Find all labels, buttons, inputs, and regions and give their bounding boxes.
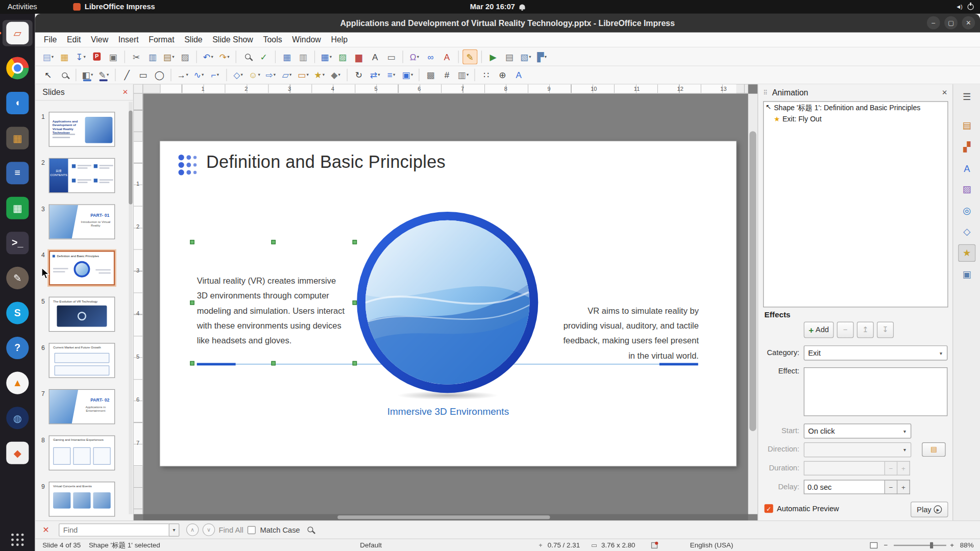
play-button[interactable]: Play ▶ — [911, 502, 948, 517]
slide-transition-icon[interactable]: ▞ — [958, 138, 975, 156]
slide-canvas[interactable]: Definition and Basic Principles Virtual … — [143, 94, 748, 514]
symbol-shapes-icon[interactable]: ☺▾ — [247, 67, 262, 82]
shapes-icon[interactable]: ◇ — [958, 223, 975, 240]
display-grid-icon[interactable]: ▦ — [279, 49, 294, 64]
properties-icon[interactable]: ▤ — [958, 117, 975, 134]
save-icon[interactable]: ↧▾ — [73, 49, 88, 64]
language-status[interactable]: English (USA) — [690, 539, 733, 551]
focused-app-indicator[interactable]: LibreOffice Impress — [74, 3, 155, 11]
block-arrows-icon[interactable]: ⇨▾ — [263, 67, 278, 82]
undo-icon[interactable]: ↶▾ — [201, 49, 215, 64]
animation-list-item[interactable]: ↖ Shape '标题 1': Definition and Basic Pri… — [764, 102, 947, 114]
dock-terminal[interactable]: >_ — [3, 230, 33, 256]
selection-handle[interactable] — [353, 300, 357, 305]
master-slide-status[interactable]: Default — [360, 539, 382, 551]
find-input[interactable] — [59, 523, 169, 537]
dock-vscode[interactable]: ◖ — [3, 90, 33, 116]
crop-image-icon[interactable]: # — [439, 67, 454, 82]
duration-spinner[interactable]: − + — [804, 461, 910, 475]
slides-panel-close-icon[interactable]: ✕ — [122, 88, 128, 96]
sidebar-settings-icon[interactable]: ☰ — [958, 88, 975, 106]
insert-textbox-icon[interactable]: A — [368, 49, 382, 64]
zoom-level-status[interactable]: 88% — [960, 539, 974, 551]
dock-skype[interactable]: S — [3, 300, 33, 326]
special-character-icon[interactable]: Ω▾ — [407, 49, 422, 64]
redo-icon[interactable]: ↷▾ — [217, 49, 232, 64]
dock-calc[interactable]: ▦ — [3, 195, 33, 221]
vr-circle-image[interactable] — [356, 211, 540, 394]
effect-listbox[interactable] — [804, 367, 948, 416]
arrange-icon[interactable]: ▣▾ — [400, 67, 415, 82]
decrement-icon[interactable]: − — [885, 461, 897, 475]
snap-guides-icon[interactable]: ▥ — [296, 49, 310, 64]
line-color-icon[interactable]: ✎▾ — [96, 67, 111, 82]
title-bar[interactable]: Applications and Development of Virtual … — [35, 14, 980, 33]
system-tray[interactable]: ◄) — [955, 4, 973, 10]
star-shapes-icon[interactable]: ★▾ — [312, 67, 327, 82]
slide-thumbnail-9[interactable]: 9Virtual Concerts and Events — [35, 482, 129, 517]
navigator-icon[interactable]: ◎ — [958, 202, 975, 219]
effect-options-button[interactable]: ▤ — [922, 442, 946, 457]
find-magnifier-icon[interactable] — [307, 527, 313, 532]
left-text-box[interactable]: Virtual reality (VR) creates immersive 3… — [197, 273, 347, 348]
dock-software[interactable]: ◆ — [3, 440, 33, 466]
minimize-button[interactable]: – — [927, 16, 940, 30]
slide-thumbnail-5[interactable]: 5The Evolution of VR Technology — [35, 297, 129, 332]
close-button[interactable]: ✕ — [962, 16, 975, 30]
show-draw-functions-icon[interactable]: ✎ — [462, 49, 477, 64]
slide-page[interactable]: Definition and Basic Principles Virtual … — [160, 141, 736, 466]
slide-thumbnail-3[interactable]: 3PART- 01Introduction to Virtual Reality — [35, 204, 129, 239]
menu-item-slide[interactable]: Slide — [179, 34, 207, 45]
menu-item-help[interactable]: Help — [326, 34, 353, 45]
dock-vlc[interactable]: ▲ — [3, 370, 33, 396]
zoom-out-icon[interactable]: − — [884, 539, 888, 551]
image-filter-icon[interactable]: ▥▾ — [456, 67, 471, 82]
find-replace-icon[interactable] — [240, 49, 255, 64]
dock-browser[interactable]: ◍ — [3, 405, 33, 431]
show-applications-button[interactable] — [0, 534, 35, 546]
activities-button[interactable]: Activities — [8, 3, 37, 11]
slide-title[interactable]: Definition and Basic Principles — [206, 153, 446, 172]
remove-effect-button[interactable]: − — [837, 322, 854, 338]
right-text-box[interactable]: VR aims to simulate reality by providing… — [556, 304, 699, 364]
delay-spinner[interactable]: − + — [804, 480, 910, 494]
animation-panel-close-icon[interactable]: ✕ — [942, 88, 947, 96]
rotate-icon[interactable]: ↻ — [351, 67, 366, 82]
menu-item-insert[interactable]: Insert — [113, 34, 143, 45]
unsaved-changes-icon[interactable] — [651, 542, 657, 548]
slide-thumbnail-1[interactable]: 1Applications and Development of Virtual… — [35, 112, 129, 147]
header-footer-icon[interactable]: ▭ — [384, 49, 399, 64]
3d-objects-icon[interactable]: ◆▾ — [328, 67, 343, 82]
slide-thumbnail-7[interactable]: 7PART- 02Applications in Entertainment — [35, 389, 129, 424]
category-dropdown[interactable]: Exit ▼ — [804, 345, 948, 360]
animation-effect-item[interactable]: ★ Exit: Fly Out — [764, 114, 947, 124]
new-slide-icon[interactable]: ▧▾ — [518, 49, 533, 64]
delay-field[interactable] — [804, 480, 885, 494]
find-next-button[interactable]: ∨ — [203, 523, 215, 536]
find-history-dropdown-icon[interactable]: ▼ — [169, 523, 180, 537]
horizontal-scrollbar[interactable] — [143, 514, 748, 520]
open-file-icon[interactable]: ▦ — [57, 49, 71, 64]
gallery-icon[interactable]: ▨ — [958, 181, 975, 198]
flowchart-icon[interactable]: ▱▾ — [279, 67, 294, 82]
ellipse-icon[interactable]: ◯ — [152, 67, 167, 82]
dock-impress[interactable]: ▱ — [3, 20, 33, 46]
animation-icon[interactable]: ★ — [958, 244, 975, 262]
spelling-icon[interactable]: ✓ — [256, 49, 271, 64]
insert-image-icon[interactable]: ▨ — [335, 49, 350, 64]
print-icon[interactable]: ▣ — [106, 49, 120, 64]
clock[interactable]: Mar 20 16:07 — [470, 3, 525, 11]
insert-chart-icon[interactable]: ▆ — [351, 49, 366, 64]
connector-icon[interactable]: ⌐▾ — [208, 67, 223, 82]
flip-icon[interactable]: ⇄▾ — [368, 67, 382, 82]
curve-icon[interactable]: ∿▾ — [191, 67, 206, 82]
align-objects-icon[interactable]: ≡▾ — [384, 67, 399, 82]
direction-dropdown[interactable]: ▼ — [804, 442, 912, 457]
zoom-icon[interactable] — [57, 67, 71, 82]
fontwork-icon[interactable]: A — [511, 67, 526, 82]
lines-arrows-icon[interactable]: →▾ — [175, 67, 190, 82]
cut-icon[interactable]: ✂ — [129, 49, 143, 64]
zoom-slider-thumb[interactable] — [930, 542, 933, 548]
find-close-icon[interactable]: ✕ — [42, 525, 49, 535]
maximize-button[interactable]: ▢ — [944, 16, 958, 30]
